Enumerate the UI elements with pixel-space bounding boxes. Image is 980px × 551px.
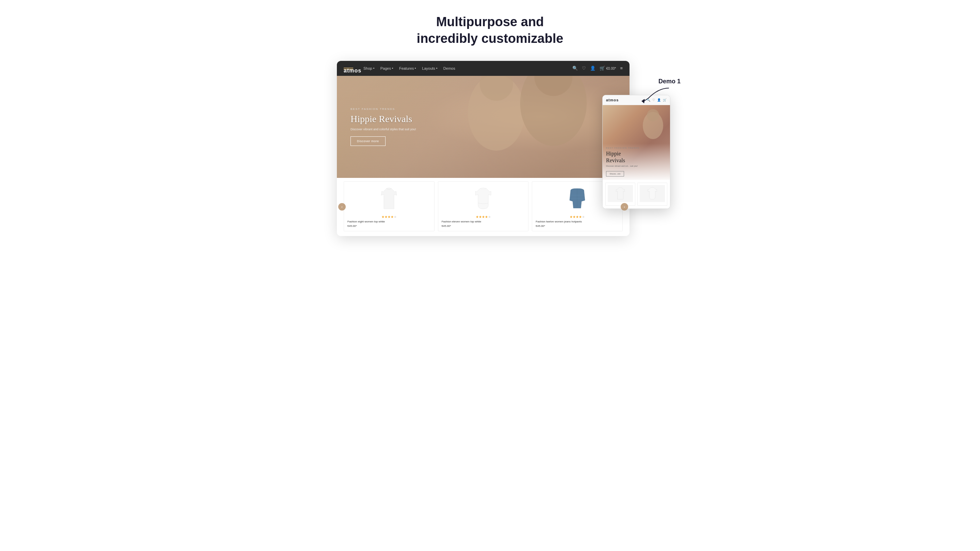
mobile-hero-description: Discover vibrant and col... suit you! [606, 165, 667, 167]
desktop-logo: atmos [344, 67, 353, 70]
heading-line1: Multipurpose and [436, 14, 544, 29]
mobile-hero-content: BEST FASHION TRENDS Hippie Revivals Disc… [603, 143, 670, 179]
product-price-1: €45.00* [347, 224, 431, 227]
hero-subtitle: BEST FASHION TRENDS [350, 108, 416, 111]
hero-description: Discover vibrant and colorful styles tha… [350, 127, 416, 131]
search-icon[interactable]: 🔍 [572, 66, 578, 71]
cart-total: €0.00* [606, 67, 616, 70]
carousel-next-button[interactable]: › [620, 203, 628, 211]
hero-title: Hippie Revivals [350, 113, 416, 125]
nav-link-features[interactable]: Features [399, 66, 416, 70]
product-stars-1: ★★★★★ [347, 215, 431, 219]
heading-line2: incredibly customizable [417, 31, 563, 46]
mobile-product-card-2 [637, 183, 667, 206]
mobile-products [603, 180, 670, 208]
nav-link-layouts[interactable]: Layouts [422, 66, 437, 70]
mobile-product-image-1 [608, 185, 633, 202]
mobile-product-card-1 [605, 183, 635, 206]
desktop-nav-links: Shop Pages Features Layouts Demos [363, 66, 562, 70]
product-stars-3: ★★★★★ [536, 215, 619, 219]
products-section: ‹ ★★★★★ Fashion eight women top white €4… [337, 178, 630, 236]
demo-label-text: Demo 1 [659, 78, 681, 85]
wishlist-icon[interactable]: ♡ [582, 66, 586, 71]
demo-arrow [638, 85, 672, 105]
demo-label: Demo 1 [659, 78, 681, 85]
svg-point-8 [647, 109, 659, 121]
mockup-container: atmos Shop Pages Features Layouts Demos [337, 61, 643, 236]
mobile-logo: atmos [606, 98, 619, 102]
desktop-mockup: atmos Shop Pages Features Layouts Demos [337, 61, 630, 236]
menu-icon[interactable]: ≡ [620, 66, 623, 71]
product-price-2: €45.00* [442, 224, 525, 227]
cart-icon[interactable]: 🛒 €0.00* [600, 66, 616, 71]
mobile-hero-subtitle: BEST FASHION TRENDS [606, 147, 667, 149]
desktop-nav-icons: 🔍 ♡ 👤 🛒 €0.00* ≡ [572, 66, 623, 71]
nav-link-shop[interactable]: Shop [363, 66, 374, 70]
carousel-prev-button[interactable]: ‹ [338, 203, 346, 211]
discover-more-button[interactable]: Discover more [350, 137, 385, 146]
svg-marker-9 [641, 99, 645, 103]
product-price-3: €45.00* [536, 224, 619, 227]
mobile-mockup: atmos ≡ 🔍 ♡ 👤 🛒 BEST FASHION TRENDS [602, 95, 670, 209]
mobile-hero-title: Hippie Revivals [606, 150, 667, 163]
product-name-3: Fashion twelve women jeans hotpants [536, 220, 619, 224]
mobile-product-image-2 [640, 185, 665, 202]
hero-figures [439, 76, 630, 178]
hero-section: BEST FASHION TRENDS Hippie Revivals Disc… [337, 76, 630, 178]
mobile-hero: BEST FASHION TRENDS Hippie Revivals Disc… [603, 105, 670, 180]
nav-link-demos[interactable]: Demos [443, 66, 455, 70]
page-heading: Multipurpose and incredibly customizable [417, 14, 563, 47]
product-image-1 [347, 185, 431, 212]
product-name-2: Fashion eleven women top white [442, 220, 525, 224]
nav-link-pages[interactable]: Pages [380, 66, 393, 70]
desktop-navbar: atmos Shop Pages Features Layouts Demos [337, 61, 630, 76]
hero-content: BEST FASHION TRENDS Hippie Revivals Disc… [337, 108, 430, 146]
product-card-1: ★★★★★ Fashion eight women top white €45.… [344, 181, 434, 231]
product-card-2: ★★★★★ Fashion eleven women top white €45… [438, 181, 529, 231]
mobile-discover-more-button[interactable]: Discov...ore [606, 171, 624, 176]
product-image-2 [442, 185, 525, 212]
user-icon[interactable]: 👤 [590, 66, 595, 71]
product-stars-2: ★★★★★ [442, 215, 525, 219]
product-name-1: Fashion eight women top white [347, 220, 431, 224]
